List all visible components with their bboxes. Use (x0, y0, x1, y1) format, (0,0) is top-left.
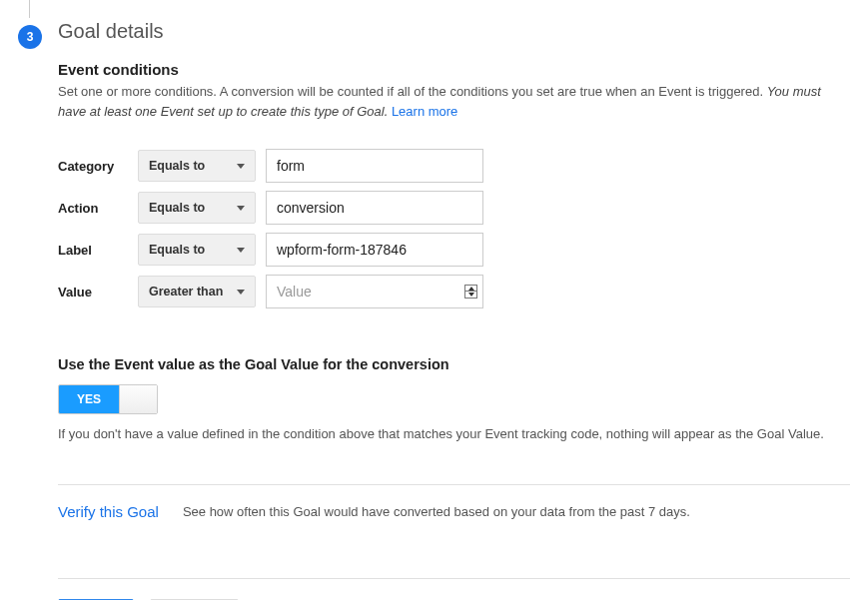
category-operator-dropdown[interactable]: Equals to (138, 150, 256, 182)
chevron-down-icon (237, 248, 245, 253)
label-value-input[interactable] (266, 233, 483, 267)
caret-down-icon (468, 293, 474, 297)
value-value-input[interactable] (266, 275, 483, 308)
conditions-grid: Category Equals to Action Equals to Labe… (58, 149, 850, 308)
goal-value-toggle[interactable]: YES (58, 384, 158, 414)
goal-value-help-text: If you don't have a value defined in the… (58, 424, 827, 444)
step-number: 3 (27, 30, 34, 44)
value-operator-dropdown[interactable]: Greater than (138, 276, 256, 307)
chevron-down-icon (237, 164, 245, 169)
event-conditions-description: Set one or more conditions. A conversion… (58, 82, 837, 121)
chevron-down-icon (237, 206, 245, 211)
caret-up-icon (468, 287, 474, 291)
action-operator-dropdown[interactable]: Equals to (138, 192, 256, 224)
verify-goal-description: See how often this Goal would have conve… (183, 504, 690, 519)
event-conditions-heading: Event conditions (58, 61, 850, 78)
toggle-knob (119, 385, 157, 413)
step-number-circle: 3 (18, 25, 42, 49)
goal-value-heading: Use the Event value as the Goal Value fo… (58, 356, 850, 372)
label-operator-dropdown[interactable]: Equals to (138, 234, 256, 266)
label-label: Label (58, 243, 128, 258)
learn-more-link[interactable]: Learn more (392, 104, 457, 119)
chevron-down-icon (237, 290, 245, 295)
divider (58, 578, 850, 579)
action-label: Action (58, 201, 128, 216)
verify-goal-link[interactable]: Verify this Goal (58, 503, 159, 520)
category-label: Category (58, 159, 128, 174)
number-spinner[interactable] (464, 285, 477, 299)
action-value-input[interactable] (266, 191, 483, 225)
value-label: Value (58, 285, 128, 300)
step-title: Goal details (58, 20, 850, 43)
toggle-on-label: YES (59, 385, 119, 413)
category-value-input[interactable] (266, 149, 483, 183)
